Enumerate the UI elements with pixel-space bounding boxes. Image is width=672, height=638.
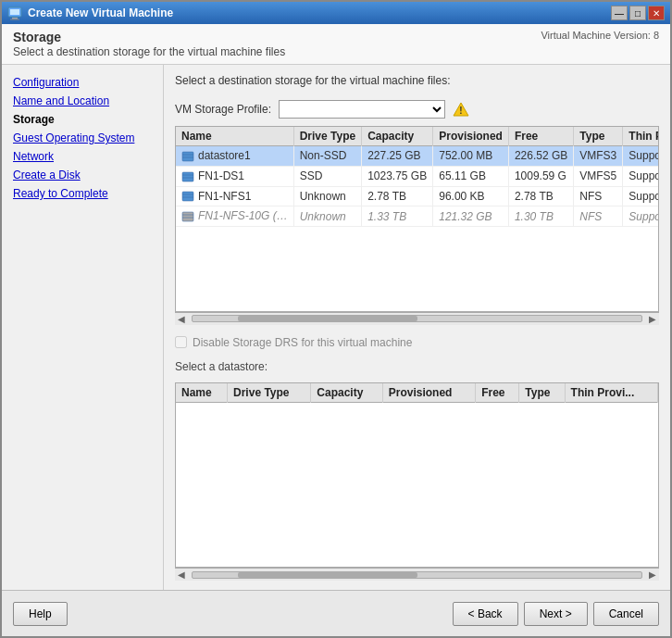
top-header: Storage Select a destination storage for… (2, 24, 670, 65)
scroll-left-btn[interactable]: ◀ (175, 314, 188, 324)
lower-table: Name Drive Type Capacity Provisioned Fre… (176, 383, 658, 403)
col-capacity: Capacity (362, 127, 433, 146)
upper-cell-drive_type: Unknown (293, 186, 361, 206)
disable-drs-checkbox[interactable] (175, 336, 187, 348)
close-button[interactable]: ✕ (648, 6, 665, 20)
minimize-button[interactable]: — (611, 6, 628, 20)
upper-cell-name: datastore1 (176, 146, 293, 167)
svg-rect-6 (182, 152, 193, 161)
upper-cell-drive_type: Unknown (293, 206, 361, 227)
version-label: Virtual Machine Version: 8 (541, 30, 659, 41)
svg-rect-1 (10, 9, 19, 15)
upper-cell-free: 1.30 TB (508, 206, 573, 227)
lower-col-type: Type (519, 383, 565, 403)
section-subtitle: Select a destination storage for the vir… (13, 45, 285, 58)
upper-scroll-thumb[interactable] (238, 316, 417, 321)
upper-cell-name: FN1-NFS1 (176, 186, 293, 206)
upper-cell-capacity: 1.33 TB (362, 206, 433, 227)
datastore-icon (181, 150, 194, 163)
datastore-icon (181, 190, 194, 203)
upper-cell-provisioned: 121.32 GB (433, 206, 509, 227)
upper-cell-drive_type: SSD (293, 166, 361, 186)
lower-table-header: Name Drive Type Capacity Provisioned Fre… (176, 383, 658, 403)
upper-scroll-track[interactable] (192, 315, 642, 322)
vm-icon (7, 6, 22, 20)
upper-cell-capacity: 1023.75 GB (362, 166, 433, 186)
upper-table-container[interactable]: Name Drive Type Capacity Provisioned Fre… (175, 126, 659, 312)
nav-buttons: < Back Next > Cancel (453, 602, 659, 626)
upper-cell-name: FN1-NFS-10G (… (176, 206, 293, 227)
upper-table: Name Drive Type Capacity Provisioned Fre… (176, 127, 659, 227)
upper-cell-capacity: 227.25 GB (362, 146, 433, 167)
help-button[interactable]: Help (13, 602, 68, 626)
upper-cell-type: VMFS5 (574, 166, 623, 186)
upper-cell-free: 2.78 TB (508, 186, 573, 206)
upper-cell-type: VMFS3 (574, 146, 623, 167)
scroll-right-btn[interactable]: ▶ (646, 314, 659, 324)
lower-scroll-track[interactable] (192, 571, 642, 579)
lower-col-name: Name (176, 383, 228, 403)
profile-row: VM Storage Profile: ! (175, 100, 659, 119)
sidebar-item-ready[interactable]: Ready to Complete (9, 185, 156, 202)
titlebar: Create New Virtual Machine — □ ✕ (2, 2, 670, 24)
content-area: Configuration Name and Location Storage … (2, 65, 670, 590)
lower-scroll-right-btn[interactable]: ▶ (646, 569, 659, 580)
upper-table-header: Name Drive Type Capacity Provisioned Fre… (176, 127, 659, 146)
svg-text:!: ! (459, 106, 462, 116)
lower-col-capacity: Capacity (311, 383, 382, 403)
upper-cell-thin_prov: Supporte... (623, 206, 659, 227)
lower-scrollbar[interactable]: ◀ ▶ (175, 568, 659, 581)
lower-col-thin-prov: Thin Provi... (565, 383, 657, 403)
sidebar-item-guest-os[interactable]: Guest Operating System (9, 130, 156, 146)
sidebar-item-name-location[interactable]: Name and Location (9, 93, 156, 109)
upper-cell-thin_prov: Supporte... (623, 146, 659, 167)
upper-cell-free: 226.52 GB (508, 146, 573, 167)
instruction-text: Select a destination storage for the vir… (175, 74, 659, 87)
col-provisioned: Provisioned (433, 127, 509, 146)
upper-cell-type: NFS (574, 206, 623, 227)
upper-table-row[interactable]: FN1-DS1SSD1023.75 GB65.11 GB1009.59 GVMF… (176, 166, 659, 186)
select-datastore-label: Select a datastore: (175, 360, 659, 373)
lower-col-provisioned: Provisioned (382, 383, 475, 403)
sidebar-item-storage: Storage (9, 111, 156, 128)
svg-rect-9 (182, 172, 193, 181)
datastore-icon (181, 210, 194, 223)
upper-table-row[interactable]: FN1-NFS-10G (…Unknown1.33 TB121.32 GB1.3… (176, 206, 659, 227)
lower-table-container[interactable]: Name Drive Type Capacity Provisioned Fre… (175, 382, 659, 569)
titlebar-controls: — □ ✕ (611, 6, 665, 20)
next-button[interactable]: Next > (524, 602, 588, 626)
col-type: Type (574, 127, 623, 146)
back-button[interactable]: < Back (453, 602, 518, 626)
titlebar-left: Create New Virtual Machine (7, 6, 173, 20)
svg-rect-3 (10, 19, 19, 20)
upper-cell-thin_prov: Supporte... (623, 166, 659, 186)
disable-drs-label: Disable Storage DRS for this virtual mac… (193, 336, 412, 349)
section-title: Storage (13, 30, 285, 44)
datastore-icon (181, 170, 194, 183)
disable-drs-row: Disable Storage DRS for this virtual mac… (175, 332, 659, 353)
profile-select[interactable] (279, 100, 445, 119)
footer: Help < Back Next > Cancel (2, 590, 670, 636)
sidebar-item-configuration[interactable]: Configuration (9, 74, 156, 91)
upper-cell-thin_prov: Supporte... (623, 186, 659, 206)
cancel-button[interactable]: Cancel (593, 602, 659, 626)
upper-cell-provisioned: 96.00 KB (433, 186, 509, 206)
lower-scroll-left-btn[interactable]: ◀ (175, 569, 188, 580)
upper-cell-type: NFS (574, 186, 623, 206)
lower-col-free: Free (476, 383, 519, 403)
sidebar-item-network[interactable]: Network (9, 148, 156, 165)
upper-table-row[interactable]: datastore1Non-SSD227.25 GB752.00 MB226.5… (176, 146, 659, 167)
upper-table-row[interactable]: FN1-NFS1Unknown2.78 TB96.00 KB2.78 TBNFS… (176, 186, 659, 206)
lower-scroll-thumb[interactable] (238, 572, 417, 578)
svg-rect-12 (182, 192, 193, 201)
main-window: Create New Virtual Machine — □ ✕ Storage… (0, 0, 672, 638)
sidebar-item-create-disk[interactable]: Create a Disk (9, 167, 156, 183)
upper-cell-provisioned: 65.11 GB (433, 166, 509, 186)
upper-scrollbar[interactable]: ◀ ▶ (175, 312, 659, 325)
warning-icon: ! (453, 101, 469, 118)
maximize-button[interactable]: □ (629, 6, 646, 20)
profile-label: VM Storage Profile: (175, 103, 271, 116)
upper-cell-capacity: 2.78 TB (362, 186, 433, 206)
upper-cell-name: FN1-DS1 (176, 166, 293, 186)
main-panel: Select a destination storage for the vir… (164, 65, 670, 590)
